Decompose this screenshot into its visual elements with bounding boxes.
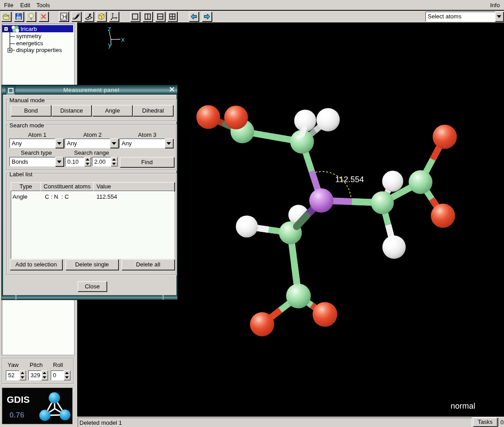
svg-text:display properties: display properties (16, 47, 62, 53)
svg-text:symmetry: symmetry (16, 33, 42, 39)
svg-text:112.554: 112.554 (335, 175, 364, 184)
svg-text:z: z (108, 25, 111, 32)
svg-text:0.76: 0.76 (9, 411, 24, 419)
svg-text:normal: normal (451, 401, 475, 410)
svg-text:x: x (121, 35, 125, 43)
svg-text:tricarb: tricarb (21, 26, 37, 32)
svg-text:GDIS: GDIS (7, 394, 30, 405)
svg-text:H: H (62, 13, 66, 20)
svg-text:energetics: energetics (16, 40, 43, 47)
svg-text:y: y (108, 41, 112, 48)
